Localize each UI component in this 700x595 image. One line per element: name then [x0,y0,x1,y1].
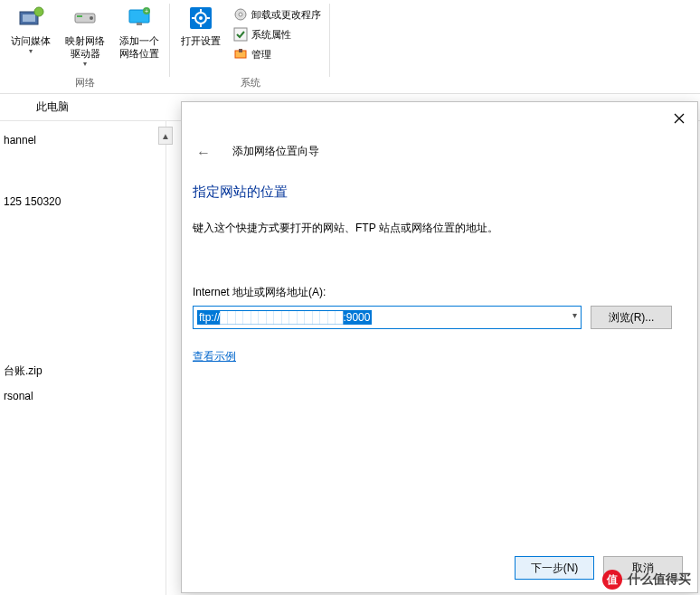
system-props-label: 系统属性 [251,28,291,42]
svg-point-2 [34,7,43,16]
drive-icon [71,4,99,33]
add-network-location-wizard: ← 添加网络位置向导 指定网站的位置 键入这个快捷方式要打开的网站、FTP 站点… [181,101,698,593]
close-button[interactable] [668,108,690,129]
sidebar: ▲ hannel 125 150320 台账.zip rsonal [0,121,166,595]
list-item[interactable]: rsonal [0,384,166,408]
watermark-text: 什么值得买 [628,571,691,588]
open-settings-button[interactable]: 打开设置 [175,2,226,63]
uninstall-button[interactable]: 卸载或更改程序 [230,5,325,24]
svg-rect-4 [77,15,82,17]
chevron-down-icon[interactable]: ▾ [572,310,577,320]
manage-button[interactable]: 管理 [230,45,325,63]
ribbon-group-network: 访问媒体 ▾ 映射网络驱动器 ▾ + 添加一个网络位置 网络 [0,0,170,93]
list-item[interactable]: hannel [0,128,166,152]
svg-point-18 [239,13,242,16]
address-input[interactable]: ftp://████████████████:9000 ▾ [193,306,582,329]
next-button[interactable]: 下一步(N) [515,556,594,580]
uninstall-label: 卸载或更改程序 [251,8,321,22]
chevron-down-icon: ▾ [29,47,33,55]
svg-rect-7 [137,23,142,25]
wizard-heading: 指定网站的位置 [193,184,686,201]
manage-label: 管理 [251,48,271,61]
svg-rect-1 [23,14,35,22]
watermark: 值 什么值得买 [602,570,691,590]
access-media-button[interactable]: 访问媒体 ▾ [5,2,56,70]
chevron-down-icon: ▾ [83,60,87,68]
back-button[interactable]: ← [193,142,214,164]
add-location-label: 添加一个网络位置 [116,34,163,60]
ribbon: 访问媒体 ▾ 映射网络驱动器 ▾ + 添加一个网络位置 网络 [0,0,700,94]
svg-point-5 [90,16,93,20]
access-media-label: 访问媒体 [11,34,51,47]
system-props-button[interactable]: 系统属性 [230,25,325,43]
svg-point-12 [199,16,203,20]
map-drive-label: 映射网络驱动器 [61,34,109,60]
add-location-button[interactable]: + 添加一个网络位置 [114,2,165,70]
address-label: Internet 地址或网络地址(A): [193,285,686,300]
list-item[interactable]: 台账.zip [0,358,166,384]
wizard-body: 指定网站的位置 键入这个快捷方式要打开的网站、FTP 站点或网络位置的地址。 I… [193,184,686,542]
group-label-system: 系统 [241,76,260,93]
breadcrumb-this-pc: 此电脑 [36,99,69,115]
monitor-icon: + [125,4,154,33]
watermark-logo-icon: 值 [602,570,622,590]
wizard-title: 添加网络位置向导 [232,144,319,159]
close-icon [674,113,685,124]
svg-rect-19 [234,28,247,41]
wizard-description: 键入这个快捷方式要打开的网站、FTP 站点或网络位置的地址。 [193,221,686,236]
media-icon [16,4,45,33]
cd-icon [233,7,248,22]
ribbon-group-system: 打开设置 卸载或更改程序 系统属性 管理 系统 [170,0,330,93]
svg-text:+: + [145,8,148,14]
open-settings-label: 打开设置 [181,34,221,47]
group-label-network: 网络 [75,76,95,93]
hammer-icon [233,47,248,61]
check-icon [233,27,248,42]
svg-rect-21 [239,49,242,52]
arrow-left-icon: ← [196,145,211,161]
view-example-link[interactable]: 查看示例 [193,349,236,364]
browse-button[interactable]: 浏览(R)... [591,306,672,329]
map-drive-button[interactable]: 映射网络驱动器 ▾ [60,2,110,70]
gear-icon [186,4,215,33]
list-item[interactable]: 125 150320 [0,190,166,213]
